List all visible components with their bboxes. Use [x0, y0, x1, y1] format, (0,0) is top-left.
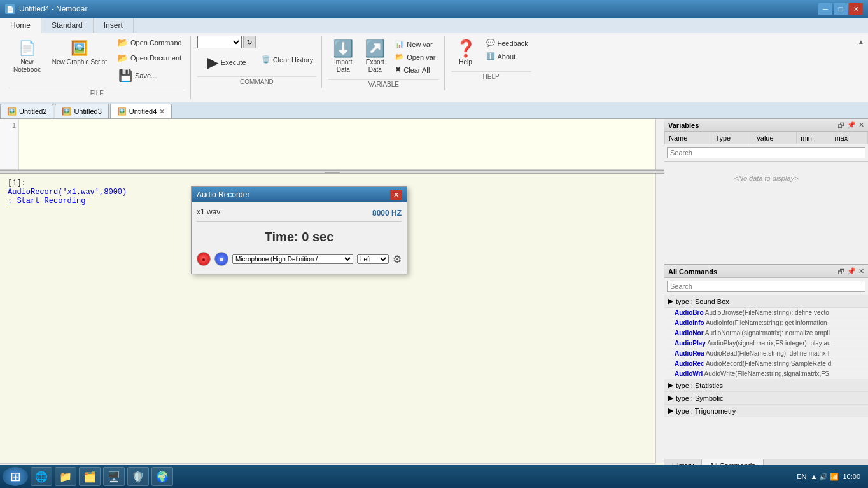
execute-label: Execute — [221, 59, 246, 66]
cmd-audiorecord-desc: AudioRecord(FileName:string,SampleRate:d — [706, 360, 831, 367]
execute-refresh-button[interactable]: ↻ — [243, 36, 256, 48]
tab-standard[interactable]: Standard — [41, 18, 94, 33]
taskbar-files[interactable]: 📁 — [55, 467, 76, 486]
feedback-button[interactable]: 💬 Feedback — [483, 37, 531, 49]
open-var-button[interactable]: 📂 Open var — [392, 51, 438, 63]
title-bar: 📄 Untitled4 - Nemodar ─ □ ✕ — [0, 0, 868, 18]
tab-untitled3-icon: 🖼️ — [62, 107, 71, 116]
execute-button[interactable]: ▶ Execute — [202, 51, 251, 74]
ribbon-collapse-button[interactable]: ▲ — [858, 38, 864, 45]
new-graphic-script-button[interactable]: 🖼️ New Graphic Script — [48, 36, 111, 69]
tab-untitled2[interactable]: 🖼️ Untitled2 — [0, 104, 53, 118]
new-notebook-label: NewNotebook — [13, 59, 41, 74]
cmd-audioread[interactable]: AudioRea AudioRead(FileName:string): def… — [664, 349, 868, 359]
col-value: Value — [752, 132, 797, 144]
ribbon-file-items: 📄 NewNotebook 🖼️ New Graphic Script 📂 Op… — [9, 36, 185, 85]
taskbar: ⊞ 🌐 📁 🗂️ 🖥️ 🛡️ 🌍 EN ▲ 🔊 📶 10:00 — [0, 465, 868, 488]
maximize-button[interactable]: □ — [834, 3, 848, 15]
new-notebook-icon: 📄 — [17, 38, 37, 59]
taskbar-ie[interactable]: 🌐 — [31, 467, 52, 486]
dialog-title-bar: Audio Recorder ✕ — [192, 187, 407, 202]
audio-settings-button[interactable]: ⚙ — [393, 253, 402, 265]
about-button[interactable]: ℹ️ About — [483, 50, 531, 62]
variables-pin-button[interactable]: 📌 — [847, 121, 856, 129]
clear-all-icon: ✖ — [395, 66, 401, 74]
taskbar-app4[interactable]: 🖥️ — [103, 467, 125, 486]
category-sound-box[interactable]: ▶ type : Sound Box — [664, 295, 868, 308]
cmd-audiobrowse[interactable]: AudioBro AudioBrowse(FileName:string): d… — [664, 308, 868, 318]
editor-scrollbar-bottom[interactable] — [655, 174, 664, 463]
taskbar-left: ⊞ 🌐 📁 🗂️ 🖥️ 🛡️ 🌍 — [3, 467, 173, 486]
taskbar-app6[interactable]: 🌍 — [151, 467, 173, 486]
close-button[interactable]: ✕ — [849, 3, 863, 15]
editor-code-top[interactable] — [19, 119, 655, 169]
clear-all-button[interactable]: ✖ Clear AlI — [392, 64, 438, 76]
stop-button[interactable]: ■ — [214, 252, 228, 266]
help-icon: ❓ — [456, 38, 476, 59]
import-data-button[interactable]: ⬇️ ImportData — [328, 36, 358, 76]
category-arrow-statistics: ▶ — [668, 381, 673, 389]
start-button[interactable]: ⊞ — [3, 467, 28, 486]
export-data-icon: ↗️ — [365, 38, 385, 59]
tab-untitled4-icon: 🖼️ — [117, 107, 127, 116]
new-graphic-script-icon: 🖼️ — [69, 38, 90, 59]
taskbar-app3[interactable]: 🗂️ — [79, 467, 101, 486]
feedback-icon: 💬 — [486, 39, 495, 47]
col-name: Name — [665, 132, 711, 144]
commands-panel: All Commands 🗗 📌 ✕ ▶ type : Sound Box Au… — [664, 265, 868, 472]
commands-list: ▶ type : Sound Box AudioBro AudioBrowse(… — [664, 295, 868, 459]
commands-close-button[interactable]: ✕ — [858, 267, 864, 275]
open-var-label: Open var — [407, 53, 435, 61]
variables-search-input[interactable] — [667, 147, 865, 158]
dialog-close-button[interactable]: ✕ — [390, 190, 402, 200]
tab-untitled4-close[interactable]: ✕ — [159, 108, 165, 116]
cmd-audionormal[interactable]: AudioNor AudioNormal(signal:matrix): nor… — [664, 328, 868, 338]
clear-history-button[interactable]: 🗑️ Clear History — [258, 53, 317, 66]
editor-area: 1 ▬▬▬ [1]: AudioRecord('x1.wav',8000) : … — [0, 119, 664, 472]
commands-search-input[interactable] — [667, 281, 865, 292]
open-command-button[interactable]: 📂 Open Command — [114, 36, 185, 50]
tab-home[interactable]: Home — [0, 18, 41, 34]
minimize-button[interactable]: ─ — [818, 3, 832, 15]
category-label-symbolic: type : Symbolic — [676, 394, 724, 402]
help-button[interactable]: ❓ Help — [451, 36, 480, 69]
taskbar-app5[interactable]: 🛡️ — [127, 467, 149, 486]
clear-all-label: Clear AlI — [403, 66, 430, 74]
tab-untitled2-icon: 🖼️ — [7, 107, 17, 116]
commands-pin-button[interactable]: 📌 — [847, 267, 856, 275]
editor-scrollbar-top[interactable] — [655, 119, 664, 169]
save-button[interactable]: 💾 Save... — [114, 66, 185, 85]
tab-untitled4[interactable]: 🖼️ Untitled4 ✕ — [110, 104, 172, 118]
cmd-audiowrite[interactable]: AudioWri AudioWrite(FileName:string,sign… — [664, 369, 868, 379]
ribbon-group-variable: ⬇️ ImportData ↗️ ExportData 📊 New var 📂 … — [323, 36, 444, 90]
cmd-audionormal-name: AudioNor — [675, 330, 704, 337]
taskbar-right: EN ▲ 🔊 📶 10:00 — [797, 473, 865, 481]
cmd-audiorecord-name: AudioRec — [675, 360, 704, 367]
dialog-controls: ● ■ Microphone (High Definition / Left R… — [197, 249, 402, 268]
save-icon: 💾 — [118, 69, 132, 83]
channel-select[interactable]: Left Right Stereo — [357, 254, 389, 264]
cmd-audioinfo[interactable]: AudioInfo AudioInfo(FileName:string): ge… — [664, 318, 868, 328]
new-var-button[interactable]: 📊 New var — [392, 38, 438, 50]
variables-table: Name Type Value min max — [664, 132, 868, 144]
tab-untitled3-label: Untitled3 — [74, 108, 101, 115]
category-symbolic[interactable]: ▶ type : Symbolic — [664, 392, 868, 405]
cmd-audioplay[interactable]: AudioPlay AudioPlay(signal:matrix,FS:int… — [664, 338, 868, 349]
tab-insert[interactable]: Insert — [94, 18, 134, 33]
audio-recorder-dialog[interactable]: Audio Recorder ✕ x1.wav 8000 HZ Time: 0 … — [191, 186, 407, 274]
microphone-select[interactable]: Microphone (High Definition / — [232, 254, 353, 264]
category-statistics[interactable]: ▶ type : Statistics — [664, 379, 868, 392]
variables-restore-button[interactable]: 🗗 — [837, 121, 844, 129]
record-button[interactable]: ● — [197, 252, 211, 266]
variables-close-button[interactable]: ✕ — [858, 121, 864, 129]
execute-select[interactable] — [197, 36, 242, 48]
cmd-audiorecord[interactable]: AudioRec AudioRecord(FileName:string,Sam… — [664, 359, 868, 369]
category-trigonometry[interactable]: ▶ type : Trigonometry — [664, 405, 868, 417]
tab-untitled3[interactable]: 🖼️ Untitled3 — [55, 104, 108, 118]
open-document-button[interactable]: 📂 Open Document — [114, 51, 185, 65]
commands-restore-button[interactable]: 🗗 — [837, 267, 844, 275]
taskbar-time: 10:00 — [843, 473, 860, 480]
cmd-audioread-desc: AudioRead(FileName:string): define matri… — [706, 350, 830, 357]
new-notebook-button[interactable]: 📄 NewNotebook — [9, 36, 45, 76]
export-data-button[interactable]: ↗️ ExportData — [360, 36, 389, 76]
